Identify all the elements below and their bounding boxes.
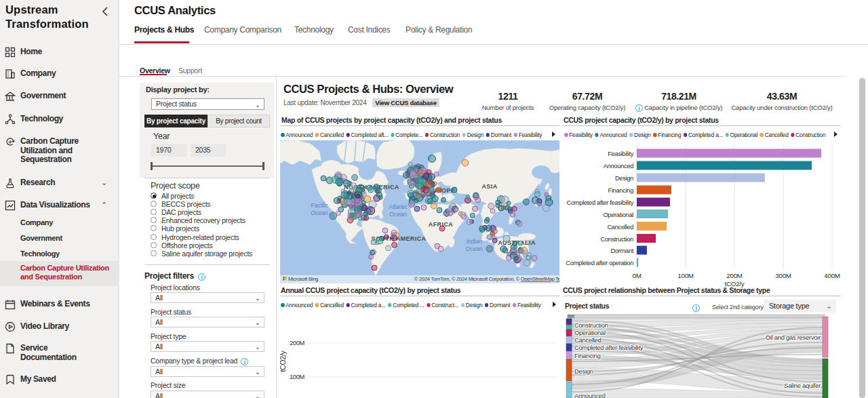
svg-text:100M: 100M	[290, 373, 305, 380]
svg-text:© 2024 TomTom, © 2024 Microsof: © 2024 TomTom, © 2024 Microsoft Corporat…	[414, 276, 559, 282]
svg-text:Completed after feasibility: Completed after feasibility	[567, 199, 634, 206]
svg-text:Cancelled: Cancelled	[574, 336, 601, 344]
svg-text:Financing: Financing	[574, 352, 601, 359]
svg-text:tCO2/y: tCO2/y	[280, 350, 287, 372]
svg-text:Construction: Construction	[601, 235, 634, 243]
svg-text:100M: 100M	[677, 272, 694, 279]
svg-text:Financing: Financing	[608, 186, 634, 194]
svg-text:Oil and gas reservoir: Oil and gas reservoir	[766, 334, 821, 341]
svg-text:Dormant: Dormant	[611, 247, 634, 254]
svg-text:Operational: Operational	[574, 329, 606, 336]
svg-text:Atlantic: Atlantic	[389, 203, 408, 210]
svg-text:Design: Design	[574, 367, 593, 375]
svg-text:200M: 200M	[726, 272, 743, 279]
svg-text:Announced: Announced	[574, 392, 605, 398]
svg-text:400M: 400M	[824, 272, 840, 279]
svg-text:Cancelled: Cancelled	[607, 223, 633, 231]
svg-text:Ocean: Ocean	[311, 210, 328, 216]
svg-text:Announced: Announced	[604, 162, 633, 170]
svg-text:Pacific: Pacific	[311, 202, 329, 209]
svg-text:Completed after feasibility: Completed after feasibility	[574, 344, 644, 351]
svg-text:Operational: Operational	[603, 211, 633, 218]
svg-text:Feasibility: Feasibility	[608, 150, 633, 157]
svg-text:Indian: Indian	[466, 238, 481, 245]
svg-text:Construction: Construction	[574, 321, 608, 329]
svg-text:Microsoft Bing: Microsoft Bing	[288, 276, 318, 282]
svg-text:Completed after operation: Completed after operation	[566, 259, 633, 266]
svg-text:ASIA: ASIA	[481, 183, 497, 190]
svg-text:Design: Design	[615, 174, 633, 182]
svg-text:0M: 0M	[632, 272, 641, 279]
svg-text:Ocean: Ocean	[465, 245, 483, 252]
svg-text:Ocean: Ocean	[389, 211, 407, 218]
svg-text:300M: 300M	[775, 272, 791, 279]
svg-text:Saline aquifer: Saline aquifer	[784, 382, 821, 389]
svg-text:200M: 200M	[290, 339, 305, 346]
